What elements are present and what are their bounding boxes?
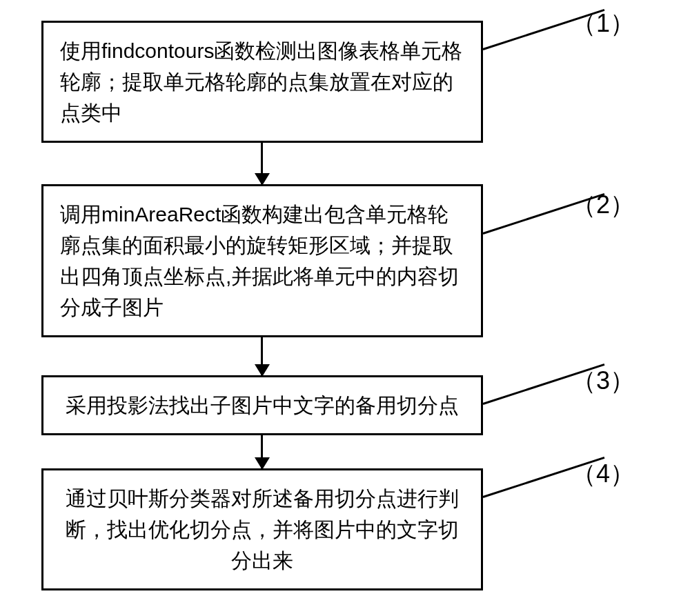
step-box-3: 采用投影法找出子图片中文字的备用切分点 [41, 375, 483, 435]
step-row-3: 采用投影法找出子图片中文字的备用切分点 （3） [41, 375, 649, 435]
arrow-2-3 [261, 337, 263, 375]
step-row-2: 调用minAreaRect函数构建出包含单元格轮廓点集的面积最小的旋转矩形区域；… [41, 184, 649, 337]
step-text-2: 调用minAreaRect函数构建出包含单元格轮廓点集的面积最小的旋转矩形区域；… [60, 203, 459, 319]
arrow-3-4 [261, 435, 263, 468]
step-row-1: 使用findcontours函数检测出图像表格单元格轮廓；提取单元格轮廓的点集放… [41, 21, 649, 143]
step-label-3: （3） [571, 364, 635, 398]
step-box-2: 调用minAreaRect函数构建出包含单元格轮廓点集的面积最小的旋转矩形区域；… [41, 184, 483, 337]
step-text-3: 采用投影法找出子图片中文字的备用切分点 [66, 394, 459, 417]
step-box-4: 通过贝叶斯分类器对所述备用切分点进行判断，找出优化切分点，并将图片中的文字切分出… [41, 468, 483, 590]
flowchart-container: 使用findcontours函数检测出图像表格单元格轮廓；提取单元格轮廓的点集放… [41, 21, 649, 590]
arrow-1-2 [261, 143, 263, 184]
step-box-1: 使用findcontours函数检测出图像表格单元格轮廓；提取单元格轮廓的点集放… [41, 21, 483, 143]
step-label-4: （4） [571, 457, 635, 491]
step-label-1: （1） [571, 7, 635, 41]
step-text-1: 使用findcontours函数检测出图像表格单元格轮廓；提取单元格轮廓的点集放… [60, 39, 462, 124]
step-row-4: 通过贝叶斯分类器对所述备用切分点进行判断，找出优化切分点，并将图片中的文字切分出… [41, 468, 649, 590]
step-text-4: 通过贝叶斯分类器对所述备用切分点进行判断，找出优化切分点，并将图片中的文字切分出… [66, 487, 459, 572]
